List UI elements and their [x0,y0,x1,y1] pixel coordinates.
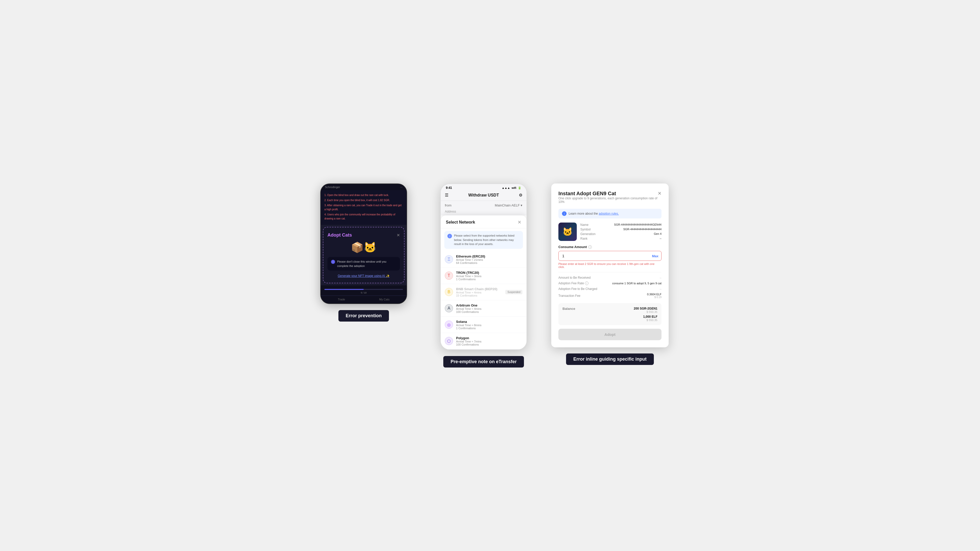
divider-1 [558,272,662,272]
network-info-5: Polygon Arrival Time ≈ 7mins 100 Confirm… [456,336,522,346]
address-label: Address [441,209,527,215]
battery-icon: 🔋 [518,186,522,190]
sheet-header: Select Network ✕ [441,215,527,228]
dialog-frame: Instant Adopt GEN9 Cat One click upgrade… [551,183,669,347]
mobile-frame-2: 9:41 ▲▲▲ wifi 🔋 ☰ Withdraw USDT ⚙ from M… [440,183,527,350]
select-network-sheet: Select Network ✕ i Please select from th… [441,215,527,349]
nav-mycats[interactable]: My Cats [379,298,390,301]
network-item-1[interactable]: T TRON (TRC20) Arrival Time ≈ 3mins 1 Co… [441,268,527,284]
content-line-3: 3. After obtaining a rare cat, you can T… [325,204,403,212]
adoption-fee-row: Adoption Fee to Be Charged -- [558,286,662,292]
phone-bottom-bar: 5 / 10 Trade My Cats [321,285,407,303]
network-info-0: Ethereum (ERC20) Arrival Time ≈ 21mins 6… [456,255,522,264]
cat-box-icon: 📦🐱 [351,241,376,253]
nav-bar: Trade My Cats [321,296,407,303]
consume-label: Consume Amount i [558,245,662,249]
app-nav-title: Withdraw USDT [468,193,499,197]
balance-sgr: 200 SGR-2GEN1 [634,307,657,311]
dialog-subtitle: One click upgrade to 9 generations, each… [558,196,658,204]
progress-bar-bg [325,289,403,290]
info-dot-icon: i [331,260,335,264]
detail-generation: Generation Gen 4 [580,232,662,236]
dialog-close-icon[interactable]: ✕ [658,191,662,196]
note-info-icon: i [447,234,452,238]
ai-link[interactable]: Generate your NFT image using AI ✨ [338,274,390,278]
note-text: Please select from the supported network… [454,234,520,246]
symbol-value: SGR-44444444444444444444 [623,228,662,231]
adoption-rules-link[interactable]: adoption rules. [599,212,619,215]
amount-received-value: -- [660,276,662,279]
from-value[interactable]: MainChain AELF ▾ [495,204,522,207]
phone-frame-1: Schrodinger ··· 1. Open the blind box an… [320,183,407,304]
progress-bar-fill [325,289,364,290]
ios-status-bar: 9:41 ▲▲▲ wifi 🔋 [441,184,527,191]
max-button[interactable]: Max [652,254,659,258]
panel-error-inline: Instant Adopt GEN9 Cat One click upgrade… [551,183,669,365]
symbol-label: Symbol [580,228,590,231]
fee-rate-info-icon[interactable]: i [585,282,589,285]
content-line-2: 2. Each time you open the blind box, it … [325,198,403,202]
settings-icon[interactable]: ⚙ [519,193,522,197]
network-icon-1: T [445,272,453,280]
nav-trade[interactable]: Trade [338,298,345,301]
content-line-1: 1. Open the blind box and draw out the r… [325,193,403,197]
app-name: Schrodinger [325,186,340,189]
note-box: i Please select from the supported netwo… [444,231,523,249]
modal-title: Adopt Cats [328,233,352,238]
content-line-4: 4. Users who join the community will inc… [325,213,403,221]
fee-rate-row: Adoption Fee Rate i consume 1 SGR to ado… [558,280,662,286]
name-value: SGR-44444444444444444444GEN44 [614,223,662,227]
network-list: Ξ Ethereum (ERC20) Arrival Time ≈ 21mins… [441,252,527,349]
progress-area: 5 / 10 [321,287,407,296]
network-header: from MainChain AELF ▾ [441,201,527,209]
learn-text-prefix: Learn more about the [569,212,599,215]
balance-label: Balance [563,307,575,311]
network-item-0[interactable]: Ξ Ethereum (ERC20) Arrival Time ≈ 21mins… [441,252,527,268]
balance-elf-usd: $ 550.35 [634,318,657,322]
hamburger-icon[interactable]: ☰ [445,193,449,197]
network-item-3[interactable]: A Arbitrum One Arrival Time ≈ 4mins 100 … [441,300,527,317]
network-item-5[interactable]: ⬡ Polygon Arrival Time ≈ 7mins 100 Confi… [441,333,527,349]
network-item-4[interactable]: ◎ Solana Arrival Time ≈ 8mins 1 Confirma… [441,317,527,333]
network-icon-3: A [445,304,453,312]
cat-info-row: 🐱 Name SGR-44444444444444444444GEN44 Sym… [558,223,662,241]
phone-content: 1. Open the blind box and draw out the r… [321,190,407,225]
amount-received-row: Amount to Be Received -- [558,275,662,280]
progress-label: 5 / 10 [325,291,403,294]
adoption-fee-label: Adoption Fee to Be Charged [558,287,597,291]
time-display: 9:41 [446,186,452,190]
sheet-close-icon[interactable]: ✕ [517,220,522,225]
network-info-1: TRON (TRC20) Arrival Time ≈ 3mins 1 Conf… [456,271,522,281]
balance-row: Balance 200 SGR-2GEN1 $ 550.35 1,000 ELF… [563,307,657,322]
error-message: Please enter at least 2 SGR to ensure yo… [558,262,662,269]
network-icon-2: B [445,288,453,296]
detail-name: Name SGR-44444444444444444444GEN44 [580,223,662,227]
modal-header: Adopt Cats ✕ [328,233,400,238]
panel-preemptive-note: 9:41 ▲▲▲ wifi 🔋 ☰ Withdraw USDT ⚙ from M… [431,183,536,368]
gen-value: Gen 4 [654,232,662,236]
cat-details: Name SGR-44444444444444444444GEN44 Symbo… [580,223,662,241]
transaction-fee-usd: $ 0.19 [647,296,662,299]
from-label: from [445,204,452,207]
app-nav: ☰ Withdraw USDT ⚙ [441,191,527,201]
gen-label: Generation [580,232,595,236]
fee-rate-value: consume 1 SGR to adopt 9, 5 gen 9 cat [612,282,662,285]
consume-input[interactable] [558,251,662,261]
dialog-title: Instant Adopt GEN9 Cat [558,191,658,196]
label-error-prevention: Error prevention [339,310,389,322]
rank-value: -- [660,237,662,240]
info-text: Please don't close this window until you… [337,260,396,268]
consume-info-icon[interactable]: i [588,245,592,249]
modal-close-icon[interactable]: ✕ [396,233,400,237]
info-message-box: i Please don't close this window until y… [328,257,400,271]
adopt-button[interactable]: Adopt [558,329,662,340]
consume-input-wrapper: Max [558,251,662,261]
main-container: Schrodinger ··· 1. Open the blind box an… [311,183,669,368]
cat-image: 🐱 [558,223,577,241]
phone-top-bar-1: Schrodinger ··· [321,184,407,190]
more-icon[interactable]: ··· [400,186,402,189]
network-info-2: BNB Smart Chain (BEP20) Arrival Time ≈ 4… [456,287,502,297]
transaction-fee-row: Transaction Fee 0.3604 ELF $ 0.19 [558,292,662,299]
sheet-title: Select Network [446,220,475,225]
network-info-3: Arbitrum One Arrival Time ≈ 4mins 100 Co… [456,303,522,314]
